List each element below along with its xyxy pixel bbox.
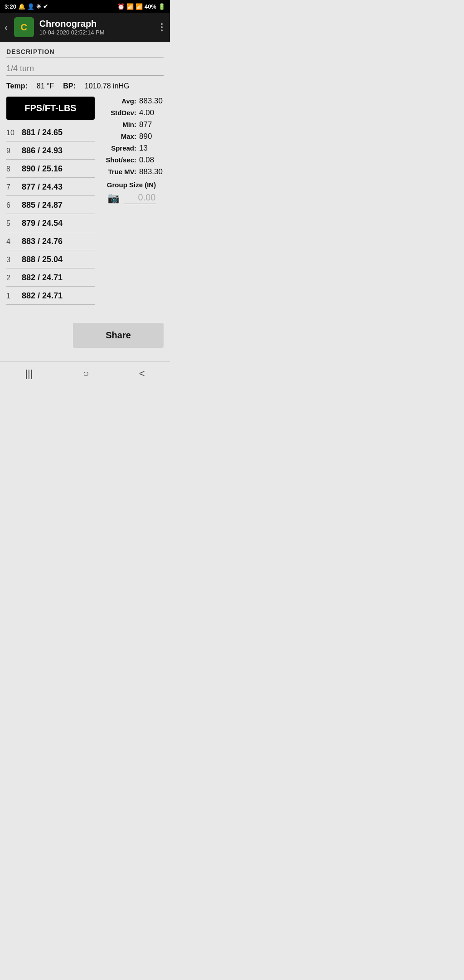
- app-subtitle: 10-04-2020 02:52:14 PM: [39, 29, 153, 37]
- fps-ft-lbs-button[interactable]: FPS/FT-LBS: [6, 97, 95, 120]
- status-time: 3:20: [5, 3, 16, 10]
- shot-row: 3 888 / 25.04: [6, 250, 95, 268]
- navigation-bar: ||| ○ <: [0, 361, 170, 385]
- camera-icon[interactable]: 📷: [107, 192, 120, 204]
- back-arrow-icon[interactable]: ‹: [5, 22, 8, 33]
- bottom-area: Share: [0, 305, 170, 357]
- stat-row: Spread: 13: [99, 144, 164, 153]
- stat-row: Avg: 883.30: [99, 97, 164, 106]
- description-input[interactable]: [6, 61, 164, 76]
- shot-row: 5 879 / 24.54: [6, 214, 95, 232]
- shot-number: 8: [6, 165, 16, 173]
- group-size-row: 📷: [99, 192, 164, 204]
- shot-row: 8 890 / 25.16: [6, 160, 95, 178]
- shot-row: 7 877 / 24.43: [6, 178, 95, 196]
- shot-row: 4 883 / 24.76: [6, 232, 95, 250]
- shot-row: 2 882 / 24.71: [6, 268, 95, 287]
- bp-value: 1010.78 inHG: [85, 82, 130, 90]
- shot-list: 10 881 / 24.65 9 886 / 24.93 8 890 / 25.…: [6, 123, 95, 305]
- stat-value: 890: [139, 132, 164, 141]
- shot-value: 882 / 24.71: [22, 273, 63, 283]
- description-label: DESCRIPTION: [6, 48, 164, 58]
- right-column: Avg: 883.30 StdDev: 4.00 Min: 877 Max: 8…: [95, 97, 164, 204]
- app-title: Chronograph: [39, 18, 153, 29]
- shot-number: 1: [6, 292, 16, 300]
- stat-value: 0.08: [139, 156, 164, 165]
- stat-label: Max:: [121, 132, 136, 140]
- battery-icon: 🔋: [158, 3, 165, 10]
- shot-number: 4: [6, 238, 16, 246]
- status-bar: 3:20 🔔 👤 ✳ ✔ ⏰ 📶 📶 40% 🔋: [0, 0, 170, 13]
- bluetooth-icon: ✳: [36, 3, 41, 10]
- stat-label: True MV:: [108, 168, 136, 176]
- signal-icon: 📶: [135, 3, 143, 10]
- status-left: 3:20 🔔 👤 ✳ ✔: [5, 3, 48, 10]
- shot-value: 883 / 24.76: [22, 237, 63, 246]
- stat-row: StdDev: 4.00: [99, 108, 164, 117]
- alarm-icon: ⏰: [117, 3, 125, 10]
- temp-label: Temp:: [6, 82, 28, 90]
- left-column: FPS/FT-LBS 10 881 / 24.65 9 886 / 24.93 …: [6, 97, 95, 305]
- shot-value: 888 / 25.04: [22, 255, 63, 264]
- overflow-menu-button[interactable]: [158, 20, 165, 34]
- group-size-input[interactable]: [124, 192, 156, 204]
- shot-row: 10 881 / 24.65: [6, 123, 95, 141]
- shot-value: 885 / 24.87: [22, 200, 63, 210]
- stat-row: Shot/sec: 0.08: [99, 156, 164, 165]
- stat-label: Avg:: [121, 97, 136, 105]
- shot-value: 879 / 24.54: [22, 219, 63, 228]
- group-size-title: Group Size (IN): [99, 181, 164, 189]
- stat-value: 877: [139, 120, 164, 129]
- share-button[interactable]: Share: [73, 323, 164, 348]
- stat-row: True MV: 883.30: [99, 167, 164, 176]
- stat-label: Shot/sec:: [106, 156, 136, 164]
- shot-number: 9: [6, 147, 16, 155]
- stat-label: Spread:: [111, 144, 136, 152]
- shot-value: 881 / 24.65: [22, 128, 63, 137]
- app-icon-letter: C: [20, 22, 27, 33]
- status-right: ⏰ 📶 📶 40% 🔋: [117, 3, 165, 10]
- app-title-block: Chronograph 10-04-2020 02:52:14 PM: [39, 18, 153, 37]
- shot-value: 890 / 25.16: [22, 164, 63, 174]
- shot-row: 6 885 / 24.87: [6, 196, 95, 214]
- stat-value: 883.30: [139, 97, 164, 106]
- wifi-icon: 📶: [126, 3, 134, 10]
- shot-value: 882 / 24.71: [22, 291, 63, 301]
- stat-label: StdDev:: [111, 109, 136, 117]
- app-bar: ‹ C Chronograph 10-04-2020 02:52:14 PM: [0, 13, 170, 42]
- shot-value: 877 / 24.43: [22, 182, 63, 192]
- stat-value: 4.00: [139, 108, 164, 117]
- stat-label: Min:: [122, 121, 136, 128]
- stats-table: Avg: 883.30 StdDev: 4.00 Min: 877 Max: 8…: [99, 97, 164, 176]
- app-logo: C: [14, 17, 34, 37]
- stat-value: 883.30: [139, 167, 164, 176]
- bp-label: BP:: [63, 82, 76, 90]
- shot-row: 9 886 / 24.93: [6, 141, 95, 160]
- shot-number: 7: [6, 183, 16, 191]
- stat-value: 13: [139, 144, 164, 153]
- shot-number: 6: [6, 201, 16, 210]
- stat-row: Max: 890: [99, 132, 164, 141]
- shot-number: 5: [6, 219, 16, 228]
- shot-number: 3: [6, 256, 16, 264]
- temp-value: 81 °F: [37, 82, 54, 90]
- nav-home-icon[interactable]: ○: [83, 368, 89, 380]
- shot-value: 886 / 24.93: [22, 146, 63, 156]
- check-icon: ✔: [43, 3, 48, 10]
- environment-row: Temp: 81 °F BP: 1010.78 inHG: [6, 82, 164, 90]
- stat-row: Min: 877: [99, 120, 164, 129]
- shot-number: 2: [6, 274, 16, 282]
- nav-menu-icon[interactable]: |||: [25, 368, 33, 380]
- shot-number: 10: [6, 129, 16, 137]
- main-content: DESCRIPTION Temp: 81 °F BP: 1010.78 inHG…: [0, 42, 170, 305]
- account-icon: 👤: [27, 3, 34, 10]
- battery-level: 40%: [145, 3, 156, 10]
- main-data-area: FPS/FT-LBS 10 881 / 24.65 9 886 / 24.93 …: [6, 97, 164, 305]
- nav-back-icon[interactable]: <: [139, 368, 145, 380]
- shot-row: 1 882 / 24.71: [6, 287, 95, 305]
- notification-icon: 🔔: [18, 3, 25, 10]
